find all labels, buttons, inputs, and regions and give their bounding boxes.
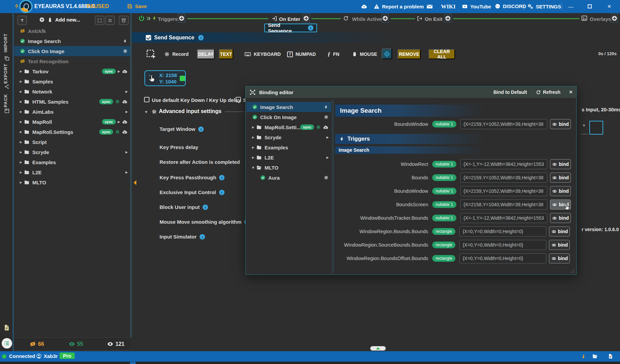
bind-button[interactable]: bind xyxy=(549,226,570,236)
tree-item[interactable]: ▸Tarkovsync▸ xyxy=(14,66,130,76)
mouse-button[interactable]: MOUSE xyxy=(352,49,377,59)
dock-item-import[interactable]: IMPORT xyxy=(3,33,8,52)
add-on-enter-button[interactable] xyxy=(303,14,310,23)
tree-item[interactable]: Image Search xyxy=(14,36,130,46)
tree-item[interactable]: ▸L2E▸ xyxy=(246,152,331,162)
chevron-right-icon[interactable]: ▸ xyxy=(251,125,255,130)
default-delay-checkbox[interactable] xyxy=(144,97,149,102)
tree-item[interactable]: ▸AimLabs▸ xyxy=(14,107,130,117)
mouse-move-step[interactable]: X: 2158 Y: 1040 xyxy=(144,70,186,86)
tree-item[interactable]: Aura xyxy=(246,173,331,183)
binding-value-input[interactable]: {X=0,Y=0,Width=0,Height=0} xyxy=(459,226,546,236)
tree-item[interactable]: ▸Scryde▸ xyxy=(14,147,130,157)
filter-button[interactable] xyxy=(18,16,27,25)
add-trigger-button[interactable] xyxy=(178,14,185,23)
send-sequence-tab[interactable]: Send Sequence i xyxy=(264,24,317,32)
username[interactable]: Xab3r xyxy=(44,353,58,359)
aura-list-button[interactable] xyxy=(2,338,12,349)
dock-item-export[interactable]: EXPORT xyxy=(3,64,8,83)
chevron-right-icon[interactable]: ▸ xyxy=(126,170,128,175)
discord-button[interactable]: DISCORD xyxy=(495,3,526,9)
open-folder-icon[interactable] xyxy=(591,354,598,359)
bind-to-default-button[interactable]: Bind to Default xyxy=(493,89,527,95)
pin-icon[interactable] xyxy=(14,3,19,10)
binding-value-input[interactable]: {X=-1,Y=-12,Width=3842,Height=1553 xyxy=(460,213,547,223)
keyboard-button[interactable]: KEYBOARD xyxy=(244,49,281,59)
tree-item[interactable]: Click On Image xyxy=(14,46,130,56)
second-checkbox[interactable] xyxy=(236,97,241,102)
binding-editor-header[interactable]: Binding editor Bind to Default Refresh × xyxy=(246,86,576,98)
chevron-right-icon[interactable]: ▸ xyxy=(326,155,329,160)
color-picker-box[interactable] xyxy=(589,121,603,135)
tree-item[interactable]: ▸Examples xyxy=(14,157,130,167)
log-file-icon[interactable] xyxy=(3,324,10,332)
caret-down-icon[interactable]: ▼ xyxy=(582,123,586,128)
expand-tree-button[interactable] xyxy=(95,16,104,25)
crosshair-button[interactable] xyxy=(382,48,392,59)
chevron-right-icon[interactable]: ▸ xyxy=(19,130,23,134)
chevron-right-icon[interactable]: ▸ xyxy=(19,140,23,144)
tree-item[interactable]: ▸Network▸ xyxy=(14,86,130,97)
tree-item[interactable]: ▸Samples xyxy=(14,76,130,86)
binding-value-input[interactable]: {X=2159,Y=1052,Width=39,Height=38 xyxy=(460,186,547,196)
add-overlay-button[interactable] xyxy=(611,14,618,23)
record-button[interactable]: Record xyxy=(164,49,188,59)
save-button[interactable]: Save xyxy=(127,3,147,9)
refresh-button[interactable]: Refresh xyxy=(536,89,560,95)
fn-button[interactable]: ƒFN xyxy=(328,49,339,59)
minimize-button[interactable]: — xyxy=(566,2,576,11)
thermometer-icon[interactable] xyxy=(581,353,586,360)
chevron-right-icon[interactable]: ▸ xyxy=(126,109,128,114)
chevron-right-icon[interactable]: ▸ xyxy=(19,170,23,175)
binding-value-input[interactable]: {X=-1,Y=-12,Width=3842,Height=1553 xyxy=(460,159,547,169)
maximize-button[interactable] xyxy=(585,2,594,11)
bind-button[interactable]: bind xyxy=(550,159,571,169)
text-button[interactable]: TEXT xyxy=(219,49,233,59)
bind-button[interactable]: bind xyxy=(550,186,571,196)
chevron-right-icon[interactable]: ▸ xyxy=(126,150,128,154)
collapse-tree-button[interactable] xyxy=(105,16,115,25)
chevron-right-icon[interactable]: ▸ xyxy=(19,89,23,94)
power-icon[interactable] xyxy=(138,15,145,22)
tree-item[interactable]: ▸L2E▸ xyxy=(14,167,130,177)
chevron-right-icon[interactable]: ▸ xyxy=(19,119,23,124)
binding-value-input[interactable]: {X=0,Y=0,Width=0,Height=0} xyxy=(459,253,546,263)
tree-item[interactable]: AntiAfk xyxy=(14,26,130,36)
close-button[interactable]: × xyxy=(605,2,614,11)
tree-item[interactable]: ▾MLTO xyxy=(246,162,331,173)
chevron-right-icon[interactable]: ▸ xyxy=(19,150,23,154)
tree-item[interactable]: ▸Examples xyxy=(246,142,331,152)
chevron-right-icon[interactable]: ▸ xyxy=(251,155,255,160)
tree-menu-button[interactable] xyxy=(119,16,129,25)
tree-item[interactable]: Text Recognition xyxy=(14,56,130,66)
chevron-right-icon[interactable]: ▸ xyxy=(126,89,128,94)
modal-close-icon[interactable]: × xyxy=(569,89,573,96)
report-problem-button[interactable]: Report a problem xyxy=(374,3,424,9)
bind-button[interactable]: bind xyxy=(550,213,571,223)
chevron-right-icon[interactable]: ▸ xyxy=(19,180,23,185)
add-new-button[interactable]: Add new... xyxy=(39,17,80,23)
resize-grip-icon[interactable] xyxy=(570,268,575,273)
dock-item-pack[interactable]: PACK xyxy=(3,94,8,107)
delay-button[interactable]: DELAY xyxy=(197,49,215,59)
chevron-right-icon[interactable]: ▸ xyxy=(118,119,120,124)
binding-value-input[interactable]: {X=2159,Y=1052,Width=39,Height=38 xyxy=(460,173,547,183)
tree-item[interactable]: ▸MapRollsync▸ xyxy=(14,117,130,127)
tree-item[interactable]: ▸Script xyxy=(14,137,130,147)
document-icon[interactable] xyxy=(608,353,613,360)
clear-all-button[interactable]: CLEAR ALL xyxy=(428,49,455,59)
bind-button[interactable]: bind xyxy=(549,240,570,250)
add-on-exit-button[interactable] xyxy=(444,14,451,23)
tree-item[interactable]: ▸MLTO xyxy=(14,177,130,187)
splitter-handle-icon[interactable] xyxy=(134,180,136,185)
cloud-download-icon[interactable] xyxy=(361,3,367,10)
bind-button[interactable]: bind xyxy=(550,119,571,129)
send-sequence-checkbox[interactable] xyxy=(146,35,151,40)
bind-button[interactable]: bind xyxy=(549,253,570,263)
bind-button[interactable]: bind xyxy=(550,173,571,183)
remove-button[interactable]: REMOVE xyxy=(398,49,421,59)
tree-item[interactable]: Click On Image xyxy=(246,112,331,122)
tree-item[interactable]: Image Search xyxy=(246,102,331,112)
chevron-right-icon[interactable]: ▸ xyxy=(251,145,255,150)
chevron-down-icon[interactable]: ▾ xyxy=(145,109,147,114)
